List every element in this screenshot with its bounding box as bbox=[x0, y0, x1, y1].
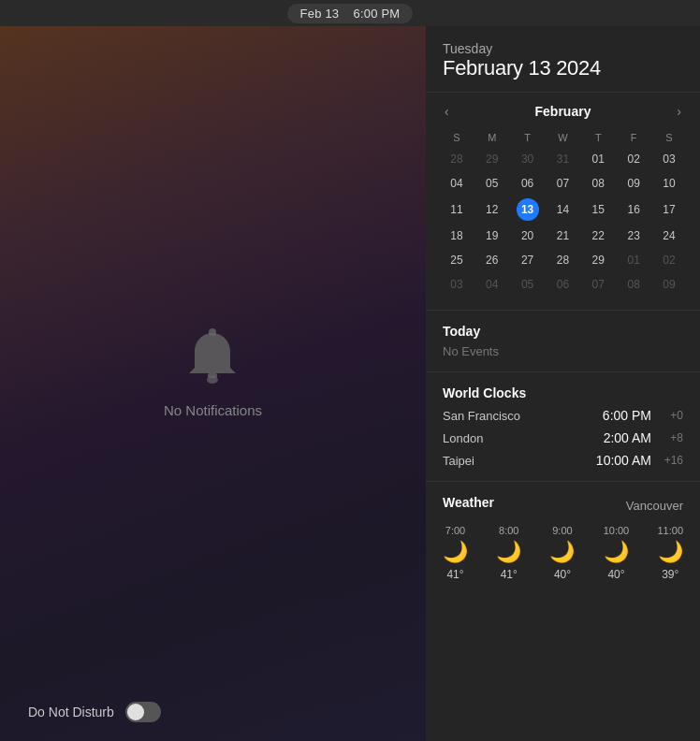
calendar-day-cell[interactable]: 02 bbox=[616, 147, 651, 171]
clock-city: San Francisco bbox=[443, 409, 603, 423]
cal-day-header: S bbox=[439, 128, 474, 147]
calendar-week-row: 18192021222324 bbox=[439, 224, 687, 248]
calendar-day-cell[interactable]: 22 bbox=[580, 224, 616, 248]
clock-time: 10:00 AM bbox=[596, 453, 651, 468]
calendar-day-cell[interactable]: 26 bbox=[474, 248, 510, 272]
calendar-day-cell[interactable]: 01 bbox=[580, 147, 616, 171]
calendar-day-cell[interactable]: 04 bbox=[439, 171, 474, 196]
calendar-day-cell[interactable]: 11 bbox=[439, 196, 474, 224]
calendar-day-cell[interactable]: 13 bbox=[510, 196, 546, 224]
cal-day-header: F bbox=[616, 128, 651, 147]
calendar-day-cell[interactable]: 20 bbox=[510, 224, 546, 248]
events-widget: Today No Events bbox=[426, 311, 700, 372]
weather-hour-column: 9:00🌙40° bbox=[549, 525, 575, 581]
weather-hour-temp: 39° bbox=[662, 568, 678, 581]
date-header: Tuesday February 13 2024 bbox=[426, 26, 700, 93]
top-date: Feb 13 bbox=[300, 7, 340, 21]
clock-offset: +16 bbox=[657, 454, 683, 467]
calendar-day-cell[interactable]: 12 bbox=[474, 196, 510, 224]
events-title: Today bbox=[443, 324, 683, 339]
calendar-day-cell[interactable]: 07 bbox=[580, 272, 616, 297]
weather-hour-temp: 41° bbox=[501, 568, 518, 581]
weather-hour-column: 11:00🌙39° bbox=[657, 525, 683, 581]
calendar-day-cell[interactable]: 02 bbox=[651, 248, 687, 272]
weather-hour-icon: 🌙 bbox=[496, 540, 521, 564]
calendar-day-cell[interactable]: 25 bbox=[439, 248, 474, 272]
calendar-next-button[interactable]: › bbox=[671, 102, 687, 121]
calendar-day-cell[interactable]: 07 bbox=[546, 171, 581, 196]
calendar-day-cell[interactable]: 15 bbox=[580, 196, 616, 224]
calendar-day-cell[interactable]: 09 bbox=[616, 171, 651, 196]
clock-offset: +0 bbox=[657, 409, 683, 422]
calendar-day-cell[interactable]: 27 bbox=[510, 248, 546, 272]
calendar-day-cell[interactable]: 29 bbox=[474, 147, 510, 171]
clock-offset: +8 bbox=[657, 431, 683, 444]
calendar-day-cell[interactable]: 19 bbox=[474, 224, 510, 248]
calendar-body: 2829303101020304050607080910111213141516… bbox=[439, 147, 687, 297]
weather-hour-icon: 🌙 bbox=[443, 540, 468, 564]
clocks-container: San Francisco6:00 PM+0London2:00 AM+8Tai… bbox=[443, 408, 683, 468]
top-time: 6:00 PM bbox=[354, 7, 401, 21]
calendar-day-cell[interactable]: 21 bbox=[546, 224, 581, 248]
calendar-header-row: SMTWTFS bbox=[439, 128, 687, 147]
clock-city: Taipei bbox=[443, 454, 596, 468]
calendar-day-cell[interactable]: 06 bbox=[510, 171, 546, 196]
calendar-day-cell[interactable]: 24 bbox=[651, 224, 687, 248]
dnd-bar: Do Not Disturb bbox=[19, 702, 407, 722]
calendar-prev-button[interactable]: ‹ bbox=[439, 102, 455, 121]
calendar-day-cell[interactable]: 03 bbox=[439, 272, 474, 297]
clock-time: 6:00 PM bbox=[603, 408, 651, 423]
clock-row: Taipei10:00 AM+16 bbox=[443, 453, 683, 468]
weather-hour-time: 7:00 bbox=[445, 525, 465, 536]
weather-hour-temp: 40° bbox=[554, 568, 571, 581]
today-circle: 13 bbox=[517, 198, 539, 221]
calendar-day-cell[interactable]: 31 bbox=[546, 147, 581, 171]
weather-hour-column: 8:00🌙41° bbox=[496, 525, 521, 581]
weather-hour-time: 8:00 bbox=[499, 525, 518, 536]
calendar-day-cell[interactable]: 08 bbox=[580, 171, 616, 196]
calendar-widget: ‹ February › SMTWTFS 2829303101020304050… bbox=[426, 93, 700, 311]
calendar-day-cell[interactable]: 18 bbox=[439, 224, 474, 248]
calendar-day-cell[interactable]: 05 bbox=[510, 272, 546, 297]
cal-day-header: T bbox=[580, 128, 616, 147]
main-container: No Notifications Do Not Disturb Tuesday … bbox=[0, 26, 700, 741]
weather-hour-icon: 🌙 bbox=[604, 540, 629, 564]
dnd-toggle[interactable] bbox=[125, 702, 161, 722]
calendar-week-row: 03040506070809 bbox=[439, 272, 687, 297]
calendar-day-cell[interactable]: 05 bbox=[474, 171, 510, 196]
clocks-title: World Clocks bbox=[443, 385, 683, 400]
weather-hours-container: 7:00🌙41°8:00🌙41°9:00🌙40°10:00🌙40°11:00🌙3… bbox=[443, 525, 683, 581]
clock-row: San Francisco6:00 PM+0 bbox=[443, 408, 683, 423]
calendar-day-cell[interactable]: 04 bbox=[474, 272, 510, 297]
calendar-day-cell[interactable]: 08 bbox=[616, 272, 651, 297]
right-panel: Tuesday February 13 2024 ‹ February › SM… bbox=[426, 26, 700, 741]
calendar-day-cell[interactable]: 29 bbox=[580, 248, 616, 272]
calendar-day-cell[interactable]: 14 bbox=[546, 196, 581, 224]
clock-row: London2:00 AM+8 bbox=[443, 430, 683, 445]
calendar-week-row: 28293031010203 bbox=[439, 147, 687, 171]
calendar-day-cell[interactable]: 16 bbox=[616, 196, 651, 224]
calendar-day-cell[interactable]: 10 bbox=[651, 171, 687, 196]
cal-day-header: S bbox=[651, 128, 687, 147]
calendar-day-cell[interactable]: 01 bbox=[616, 248, 651, 272]
datetime-display: Feb 13 6:00 PM bbox=[287, 4, 414, 23]
calendar-week-row: 04050607080910 bbox=[439, 171, 687, 196]
calendar-day-cell[interactable]: 23 bbox=[616, 224, 651, 248]
calendar-month-label: February bbox=[535, 104, 591, 119]
cal-day-header: W bbox=[546, 128, 581, 147]
notifications-center: No Notifications bbox=[164, 45, 262, 702]
clock-time: 2:00 AM bbox=[604, 430, 651, 445]
calendar-day-cell[interactable]: 03 bbox=[651, 147, 687, 171]
toggle-knob bbox=[127, 704, 144, 720]
weather-location: Vancouver bbox=[626, 499, 683, 513]
calendar-day-cell[interactable]: 28 bbox=[546, 248, 581, 272]
calendar-day-cell[interactable]: 17 bbox=[651, 196, 687, 224]
weather-hour-temp: 41° bbox=[446, 568, 463, 581]
calendar-grid: SMTWTFS 28293031010203040506070809101112… bbox=[439, 128, 687, 297]
weather-hour-time: 9:00 bbox=[552, 525, 572, 536]
calendar-day-cell[interactable]: 06 bbox=[546, 272, 581, 297]
calendar-day-cell[interactable]: 28 bbox=[439, 147, 474, 171]
clocks-widget: World Clocks San Francisco6:00 PM+0Londo… bbox=[426, 372, 700, 482]
calendar-day-cell[interactable]: 30 bbox=[510, 147, 546, 171]
calendar-day-cell[interactable]: 09 bbox=[651, 272, 687, 297]
